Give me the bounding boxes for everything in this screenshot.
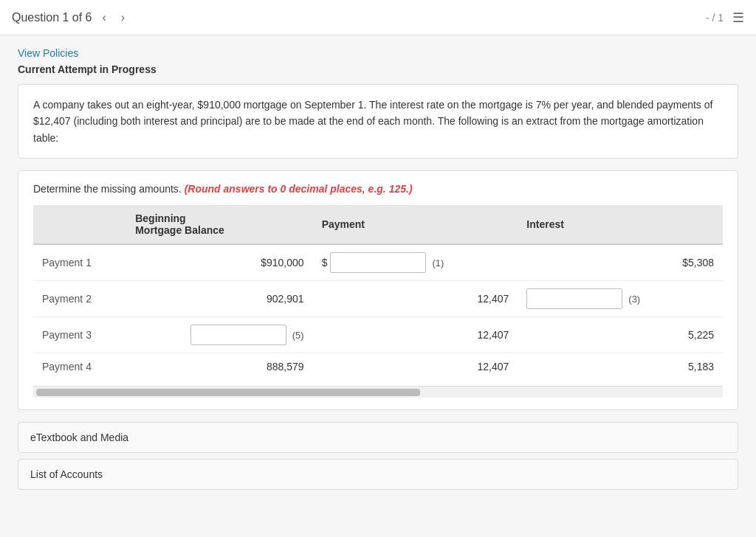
interest-cell-2: 5,225	[518, 317, 723, 353]
top-bar-left: Question 1 of 6 ‹ ›	[12, 10, 129, 26]
payment-input-0[interactable]	[330, 252, 426, 273]
header-balance-line2: Mortgage Balance	[135, 224, 224, 236]
list-of-accounts-button[interactable]: List of Accounts	[18, 459, 738, 490]
round-note: (Round answers to 0 decimal places, e.g.…	[185, 183, 413, 195]
table-row: Payment 4888,57912,4075,183	[33, 353, 723, 381]
interest-ref-1: (3)	[628, 294, 640, 305]
balance-cell-2[interactable]: (5)	[126, 317, 312, 353]
payment-ref-0: (1)	[432, 257, 444, 268]
prev-button[interactable]: ‹	[98, 10, 111, 26]
row-label-3: Payment 4	[33, 353, 126, 381]
view-policies-link[interactable]: View Policies	[18, 47, 78, 59]
header-col-balance: Beginning Mortgage Balance	[126, 205, 312, 244]
scrollbar-thumb	[36, 389, 420, 396]
score-display: - / 1	[706, 12, 724, 24]
table-header-row: Beginning Mortgage Balance Payment Inter…	[33, 205, 723, 244]
top-bar: Question 1 of 6 ‹ › - / 1 ☰	[0, 0, 756, 35]
header-col1	[33, 205, 126, 244]
question-title: Question 1 of 6	[12, 11, 92, 24]
balance-input-2[interactable]	[190, 325, 286, 345]
etextbook-button[interactable]: eTextbook and Media	[18, 422, 738, 453]
question-instruction: Determine the missing amounts. (Round an…	[33, 183, 723, 195]
interest-cell-0: $5,308	[518, 244, 723, 281]
payment-cell-0[interactable]: $(1)	[313, 244, 518, 281]
scenario-box: A company takes out an eight-year, $910,…	[18, 84, 738, 159]
scenario-text: A company takes out an eight-year, $910,…	[33, 99, 712, 144]
instruction-start: Determine the missing amounts.	[33, 183, 182, 195]
table-row: Payment 3(5)12,4075,225	[33, 317, 723, 353]
row-label-0: Payment 1	[33, 244, 126, 281]
balance-cell-1: 902,901	[126, 281, 312, 317]
balance-ref-2: (5)	[292, 330, 304, 341]
amortization-table: Beginning Mortgage Balance Payment Inter…	[33, 205, 723, 380]
payment-cell-2: 12,407	[313, 317, 518, 353]
interest-cell-1[interactable]: (3)	[518, 281, 723, 317]
question-box: Determine the missing amounts. (Round an…	[18, 170, 738, 410]
payment-cell-3: 12,407	[313, 353, 518, 381]
interest-cell-3: 5,183	[518, 353, 723, 381]
next-button[interactable]: ›	[117, 10, 129, 26]
row-label-2: Payment 3	[33, 317, 126, 353]
balance-cell-0: $910,000	[126, 244, 312, 281]
dollar-sign-0: $	[322, 257, 328, 268]
payment-cell-1: 12,407	[313, 281, 518, 317]
list-icon[interactable]: ☰	[732, 10, 744, 26]
page-content: View Policies Current Attempt in Progres…	[0, 35, 756, 537]
interest-input-1[interactable]	[526, 288, 622, 309]
balance-cell-3: 888,579	[126, 353, 312, 381]
header-balance-line1: Beginning	[135, 212, 185, 224]
table-row: Payment 1$910,000$(1)$5,308	[33, 244, 723, 281]
header-col-payment: Payment	[313, 205, 518, 244]
table-row: Payment 2902,90112,407(3)	[33, 281, 723, 317]
header-col-interest: Interest	[518, 205, 723, 244]
current-attempt-label: Current Attempt in Progress	[18, 63, 738, 75]
row-label-1: Payment 2	[33, 281, 126, 317]
top-bar-right: - / 1 ☰	[706, 10, 744, 26]
horizontal-scrollbar[interactable]	[33, 386, 723, 398]
